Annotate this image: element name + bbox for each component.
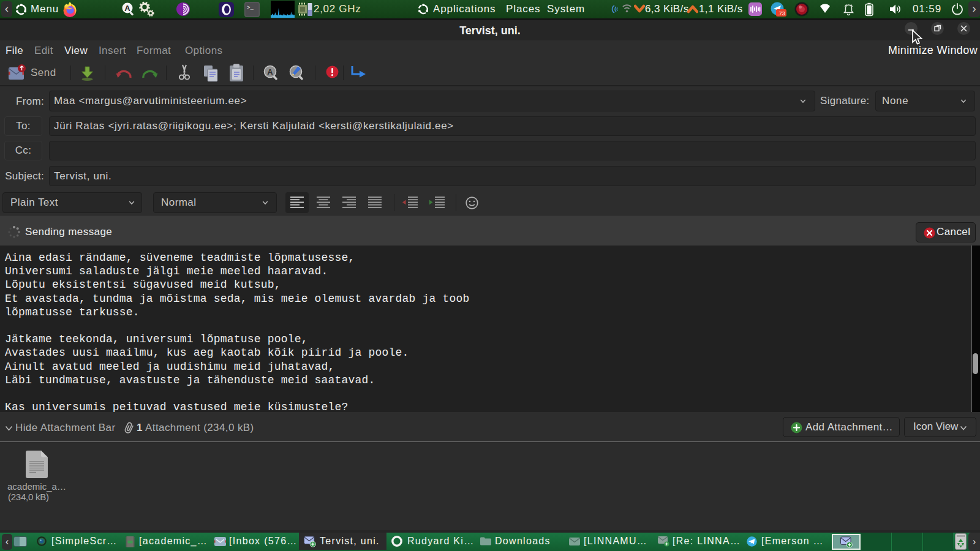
svg-text:A: A (124, 4, 130, 13)
svg-text:A: A (267, 67, 273, 77)
svg-text:>_: >_ (247, 5, 254, 11)
svg-text:.73: .73 (777, 10, 785, 17)
